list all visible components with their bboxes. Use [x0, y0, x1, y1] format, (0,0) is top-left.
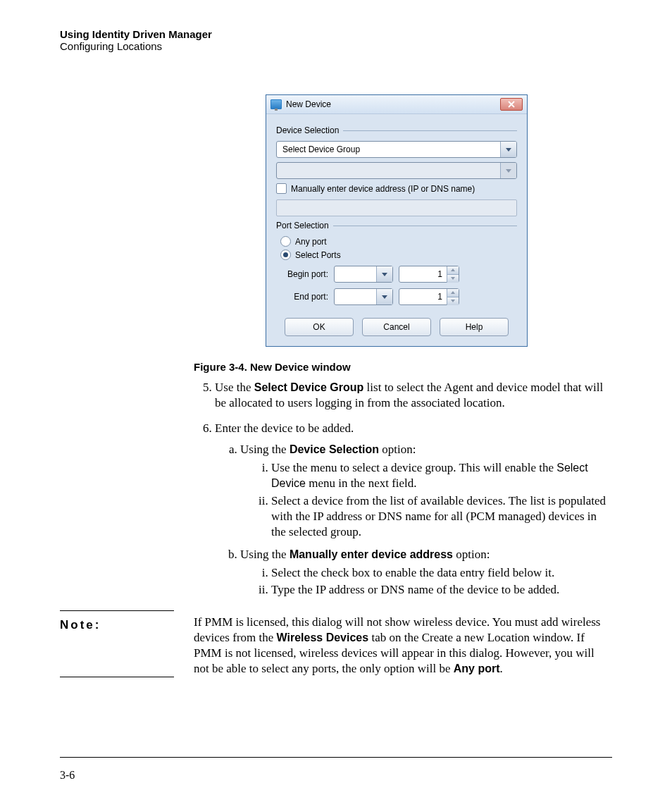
port-selection-label: Port Selection [276, 221, 329, 230]
end-port-select[interactable] [334, 288, 393, 305]
note-text: If PMM is licensed, this dialog will not… [194, 610, 612, 677]
ok-button[interactable]: OK [285, 318, 354, 336]
note-block: Note: If PMM is licensed, this dialog wi… [60, 610, 612, 677]
select-ports-label: Select Ports [295, 250, 341, 260]
step-6: Enter the device to be added. Using the … [215, 421, 612, 598]
header-title: Using Identity Driven Manager [60, 28, 612, 40]
close-button[interactable] [500, 98, 523, 111]
device-group-select[interactable]: Select Device Group [276, 141, 517, 158]
select-ports-radio[interactable] [280, 250, 291, 260]
chevron-down-icon [500, 163, 516, 178]
step-6b-ii: Type the IP address or DNS name of the d… [271, 582, 612, 598]
figure-caption: Figure 3-4. New Device window [194, 361, 612, 373]
page-footer: 3-6 [60, 757, 612, 782]
monitor-icon [270, 99, 282, 109]
spinner-up-icon[interactable] [447, 266, 459, 275]
end-port-label: End port: [276, 292, 328, 302]
manual-address-label: Manually enter device address (IP or DNS… [291, 184, 475, 194]
device-selection-label: Device Selection [276, 125, 339, 135]
chevron-down-icon [376, 266, 392, 282]
new-device-dialog: New Device Device Selection Select Devic… [266, 94, 528, 347]
close-icon [508, 101, 515, 108]
manual-address-input[interactable] [276, 199, 517, 216]
step-6a: Using the Device Selection option: Use t… [240, 442, 612, 540]
spinner-up-icon[interactable] [447, 289, 459, 297]
spinner-down-icon[interactable] [447, 275, 459, 283]
any-port-radio[interactable] [280, 236, 291, 247]
device-group-select-value: Select Device Group [277, 144, 500, 154]
step-6a-ii: Select a device from the list of availab… [271, 493, 612, 540]
dialog-titlebar: New Device [266, 95, 527, 114]
begin-port-spinner[interactable]: 1 [399, 266, 459, 283]
chevron-down-icon [500, 142, 516, 157]
cancel-button[interactable]: Cancel [362, 318, 431, 336]
note-label: Note: [60, 610, 174, 677]
step-6b-i: Select the check box to enable the data … [271, 565, 612, 581]
begin-port-select[interactable] [334, 266, 393, 283]
step-6a-i: Use the menu to select a device group. T… [271, 460, 612, 491]
body-text: Use the Select Device Group list to sele… [194, 380, 612, 598]
page-number: 3-6 [60, 769, 75, 781]
step-6b: Using the Manually enter device address … [240, 547, 612, 598]
begin-port-value: 1 [399, 269, 447, 279]
help-button[interactable]: Help [440, 318, 509, 336]
device-select[interactable] [276, 162, 517, 179]
step-5: Use the Select Device Group list to sele… [215, 380, 612, 411]
manual-address-checkbox[interactable] [276, 183, 287, 194]
any-port-label: Any port [295, 237, 327, 247]
end-port-spinner[interactable]: 1 [399, 288, 459, 305]
spinner-down-icon[interactable] [447, 297, 459, 305]
header-subtitle: Configuring Locations [60, 40, 612, 52]
port-selection-legend: Port Selection [276, 221, 517, 230]
chevron-down-icon [376, 289, 392, 304]
dialog-title: New Device [286, 99, 500, 109]
end-port-value: 1 [399, 292, 447, 302]
device-selection-legend: Device Selection [276, 125, 517, 135]
running-header: Using Identity Driven Manager Configurin… [60, 28, 612, 52]
begin-port-label: Begin port: [276, 269, 328, 279]
